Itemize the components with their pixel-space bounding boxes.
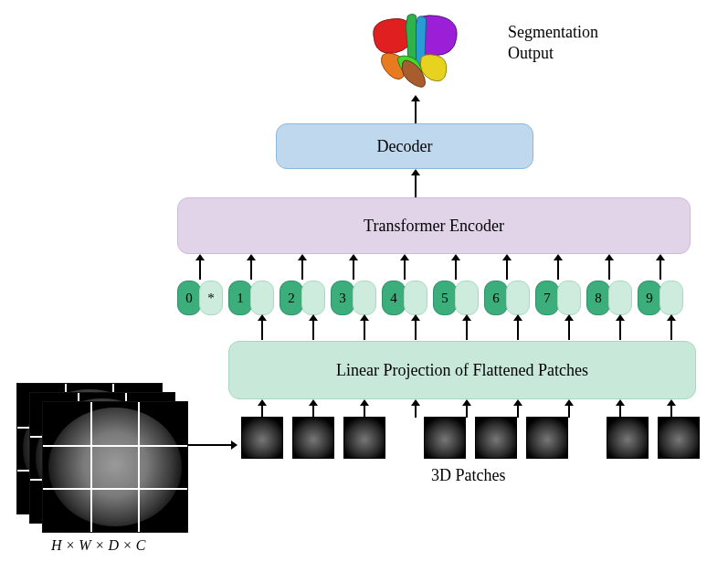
arrow-token0-to-encoder: [199, 260, 201, 280]
extra-token: *: [199, 281, 223, 315]
arrow-volume-to-patches: [188, 444, 232, 446]
arrow-token5-to-encoder: [455, 260, 457, 280]
arrow-patch5-to-linproj: [466, 405, 468, 418]
encoder-label: Transformer Encoder: [364, 217, 504, 236]
pos-embed-6: 6: [484, 281, 508, 315]
arrow-token8-to-encoder: [608, 260, 610, 280]
arrow-token1-to-encoder: [250, 260, 252, 280]
arrow-linproj-to-token5: [466, 320, 468, 340]
arrow-decoder-to-output: [415, 101, 417, 123]
patch-thumb-1: [241, 417, 283, 459]
patch-thumb-3: [343, 417, 385, 459]
decoder-label: Decoder: [377, 137, 433, 156]
linear-projection-block: Linear Projection of Flattened Patches: [228, 341, 696, 399]
arrow-patch7-to-linproj: [568, 405, 570, 418]
arrow-linproj-to-token3: [364, 320, 365, 340]
pos-embed-3: 3: [331, 281, 354, 315]
pos-embed-0: 0: [177, 281, 201, 315]
arrow-patch2-to-linproj: [312, 405, 314, 418]
patch-thumb-7: [607, 417, 649, 459]
pos-embed-4: 4: [382, 281, 406, 315]
segmentation-output-label: SegmentationOutput: [508, 22, 636, 63]
arrow-patch6-to-linproj: [517, 405, 519, 418]
patch-thumb-4: [424, 417, 466, 459]
patch-embed-9: [659, 281, 683, 315]
patch-embed-5: [455, 281, 479, 315]
pos-embed-9: 9: [638, 281, 661, 315]
patch-embed-3: [353, 281, 376, 315]
arrow-token2-to-encoder: [301, 260, 303, 280]
patch-embed-8: [608, 281, 632, 315]
transformer-encoder-block: Transformer Encoder: [177, 197, 691, 254]
arrow-patch9-to-linproj: [670, 405, 672, 418]
arrow-linproj-to-token9: [670, 320, 672, 340]
pos-embed-1: 1: [228, 281, 252, 315]
pos-embed-7: 7: [535, 281, 559, 315]
arrow-linproj-to-token7: [568, 320, 570, 340]
input-volume: [16, 383, 190, 529]
patch-embed-2: [301, 281, 325, 315]
arrow-linproj-to-token1: [261, 320, 263, 340]
arrow-patch3-to-linproj: [364, 405, 365, 418]
patches-label: 3D Patches: [431, 466, 505, 485]
arrow-token3-to-encoder: [353, 260, 354, 280]
arrow-patch8-to-linproj: [619, 405, 621, 418]
patch-embed-7: [557, 281, 581, 315]
arrow-patch4-to-linproj: [415, 405, 417, 418]
patch-thumb-2: [292, 417, 334, 459]
arrow-token6-to-encoder: [506, 260, 508, 280]
patch-embed-1: [250, 281, 274, 315]
patch-thumb-5: [475, 417, 517, 459]
diagram-root: SegmentationOutput Decoder Transformer E…: [0, 0, 728, 562]
decoder-block: Decoder: [276, 123, 533, 169]
arrow-token9-to-encoder: [659, 260, 661, 280]
patch-embed-4: [404, 281, 427, 315]
arrow-linproj-to-token8: [619, 320, 621, 340]
pos-embed-2: 2: [280, 281, 303, 315]
linproj-label: Linear Projection of Flattened Patches: [336, 361, 588, 380]
patch-thumb-8: [658, 417, 700, 459]
patch-thumb-6: [526, 417, 568, 459]
pos-embed-5: 5: [433, 281, 457, 315]
segmentation-output-glyph: [364, 9, 469, 93]
arrow-linproj-to-token4: [415, 320, 417, 340]
arrow-patch1-to-linproj: [261, 405, 263, 418]
arrow-token4-to-encoder: [404, 260, 406, 280]
arrow-encoder-to-decoder: [415, 175, 417, 197]
arrow-linproj-to-token6: [517, 320, 519, 340]
arrow-token7-to-encoder: [557, 260, 559, 280]
arrow-linproj-to-token2: [312, 320, 314, 340]
input-dims-label: H × W × D × C: [51, 537, 146, 554]
patch-embed-6: [506, 281, 530, 315]
pos-embed-8: 8: [586, 281, 610, 315]
